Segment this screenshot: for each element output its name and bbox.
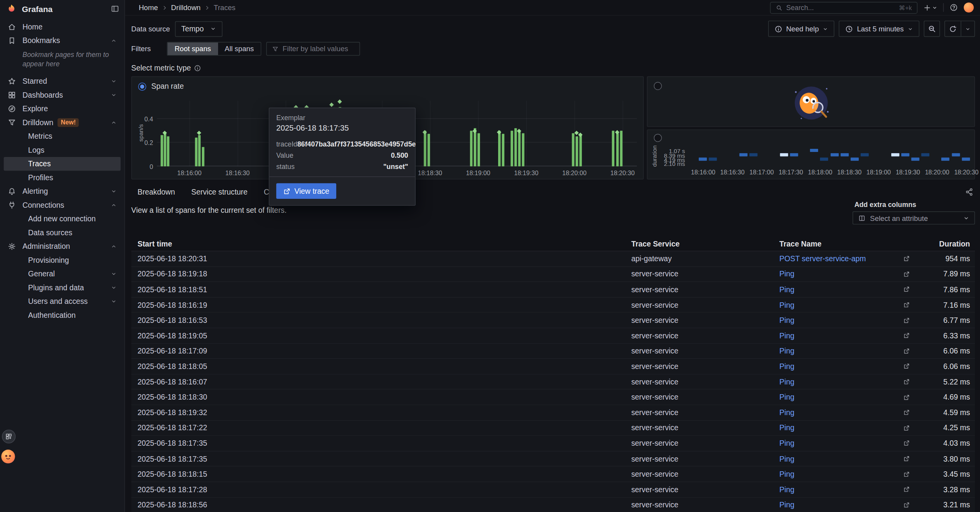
sidebar-item-plugins-and-data[interactable]: Plugins and data [4,281,121,294]
trace-link[interactable]: Ping [779,393,794,402]
tab-breakdown[interactable]: Breakdown [138,188,175,197]
trace-link[interactable]: Ping [779,300,794,309]
sidebar-item-dashboards[interactable]: Dashboards [4,88,121,102]
trace-name-cell: Ping [779,285,918,294]
sidebar-item-add-new-connection[interactable]: Add new connection [4,212,121,225]
trace-link[interactable]: Ping [779,270,794,279]
sidebar-item-provisioning[interactable]: Provisioning [4,253,121,267]
sidebar-item-connections[interactable]: Connections [4,198,121,212]
trace-link[interactable]: Ping [779,500,794,509]
zoom-out-button[interactable] [924,21,940,37]
errors-rate-radio[interactable] [654,82,662,90]
sidebar-item-metrics[interactable]: Metrics [4,129,121,143]
time-range-picker[interactable]: Last 5 minutes [839,21,920,37]
external-link-icon[interactable] [903,471,910,478]
sidebar-item-users-and-access[interactable]: Users and access [4,294,121,308]
new-button[interactable] [923,3,937,12]
exemplar-marker[interactable] [337,99,342,103]
sidebar-item-drilldown[interactable]: DrilldownNew! [4,116,121,129]
external-link-icon[interactable] [903,271,910,278]
column-duration[interactable]: Duration [918,240,975,248]
sidebar-item-label: Connections [22,200,64,209]
sidebar-item-profiles[interactable]: Profiles [4,171,121,184]
trace-link[interactable]: Ping [779,454,794,463]
sidebar-item-logs[interactable]: Logs [4,143,121,157]
external-link-icon[interactable] [903,348,910,355]
sidebar-item-explore[interactable]: Explore [4,102,121,115]
external-link-icon[interactable] [903,363,910,370]
share-icon[interactable] [965,188,975,197]
all-spans-segment[interactable]: All spans [218,43,261,55]
info-circle-icon[interactable] [194,64,201,71]
external-link-icon[interactable] [903,486,910,493]
trace-link[interactable]: Ping [779,424,794,433]
trace-link[interactable]: Ping [779,347,794,355]
external-link-icon[interactable] [903,302,910,309]
trace-link[interactable]: Ping [779,378,794,386]
sidebar-item-administration[interactable]: Administration [4,239,121,253]
trace-link[interactable]: Ping [779,285,794,294]
external-link-icon[interactable] [903,394,910,401]
trace-link[interactable]: Ping [779,485,794,494]
trace-link[interactable]: POST server-service-apm [779,254,866,263]
search-input[interactable]: Search... ⌘+k [770,2,918,14]
duration-cell: 6.06 ms [918,347,975,355]
external-link-icon[interactable] [903,255,910,262]
sidebar-item-alerting[interactable]: Alerting [4,184,121,198]
tooltip-divider [269,176,415,177]
column-trace-service[interactable]: Trace Service [631,240,779,248]
duration-radio[interactable] [654,134,662,142]
span-rate-bar [498,131,500,166]
external-link-icon[interactable] [903,317,910,324]
need-help-button[interactable]: Need help [768,21,835,37]
sidebar-item-authentication[interactable]: Authentication [4,308,121,322]
duration-cell: 7.16 ms [918,300,975,309]
chevron-up-icon [111,119,118,126]
root-spans-segment[interactable]: Root spans [168,43,218,55]
span-rate-bar [572,133,574,166]
breadcrumb-home[interactable]: Home [139,4,158,11]
tab-service-structure[interactable]: Service structure [191,188,248,197]
user-avatar[interactable] [964,2,974,12]
refresh-button[interactable] [945,21,961,36]
external-link-icon[interactable] [903,502,910,509]
trace-link[interactable]: Ping [779,331,794,340]
external-link-icon[interactable] [903,286,910,293]
sidebar-item-bookmarks[interactable]: Bookmarks [4,34,121,47]
exemplar-marker[interactable] [197,131,201,135]
start-time-cell: 2025-06-18 18:18:51 [131,285,631,294]
breadcrumb-drilldown[interactable]: Drilldown [171,4,201,11]
help-icon[interactable] [949,3,958,12]
trace-link[interactable]: Ping [779,470,794,479]
external-link-icon[interactable] [903,332,910,339]
sidebar-item-traces[interactable]: Traces [4,157,121,170]
external-link-icon[interactable] [903,378,910,385]
exemplar-marker[interactable] [578,133,583,137]
assistant-avatar-button[interactable] [1,450,15,463]
extensions-floating-button[interactable] [2,429,15,443]
external-link-icon[interactable] [903,440,910,447]
external-link-icon[interactable] [903,424,910,431]
sidebar-item-data-sources[interactable]: Data sources [4,226,121,239]
trace-link[interactable]: Ping [779,408,794,417]
trace-link[interactable]: Ping [779,316,794,325]
exemplar-marker[interactable] [330,103,334,107]
label-filter-input[interactable]: Filter by label values [266,42,360,55]
data-source-select[interactable]: Tempo [175,21,223,36]
sidebar-item-starred[interactable]: Starred [4,74,121,88]
span-rate-radio[interactable] [138,82,146,90]
trace-link[interactable]: Ping [779,439,794,448]
external-link-icon[interactable] [903,455,910,462]
sidebar-item-general[interactable]: General [4,267,121,280]
exemplar-marker[interactable] [473,129,477,133]
sidebar-item-home[interactable]: Home [4,20,121,34]
field-value: 0.500 [391,151,408,159]
column-trace-name[interactable]: Trace Name [779,240,918,248]
select-attribute-dropdown[interactable]: Select an attribute [853,211,975,224]
view-trace-button[interactable]: View trace [276,183,336,199]
trace-link[interactable]: Ping [779,362,794,371]
collapse-sidebar-icon[interactable] [111,4,120,13]
column-start-time[interactable]: Start time [131,240,631,248]
external-link-icon[interactable] [903,409,910,416]
refresh-interval-dropdown[interactable] [961,21,974,36]
